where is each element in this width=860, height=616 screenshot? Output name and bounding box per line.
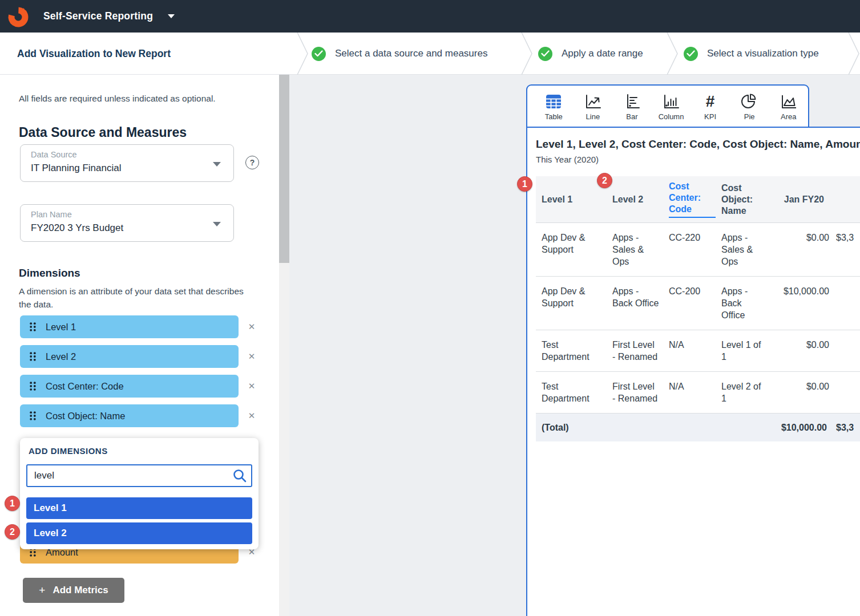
dimension-chip-level-1[interactable]: Level 1 [20,315,239,338]
remove-dimension-icon[interactable]: ✕ [244,408,259,423]
required-fields-note: All fields are required unless indicated… [19,94,216,104]
apptio-logo [7,5,30,28]
add-dimensions-search-input[interactable] [26,464,252,487]
cell: Test Department [536,330,607,372]
viz-type-label: Line [586,112,600,121]
step-visualization-type[interactable]: Select a visualization type [684,33,819,75]
chevron-down-icon [213,222,221,226]
total-value: $10,000.00 [768,414,830,442]
dimension-chip-cost-center-code[interactable]: Cost Center: Code [20,375,239,398]
drag-handle-icon[interactable] [30,322,36,331]
chevron-down-icon [213,162,221,167]
column-header-level-2[interactable]: Level 2 [607,176,663,223]
cell: $0.00 [768,372,830,414]
viz-type-pie[interactable]: Pie [730,92,769,121]
app-switcher-button[interactable]: Self-Service Reporting [43,0,175,33]
chip-label: Cost Center: Code [46,381,124,392]
page-title: Add Visualization to New Report [17,33,171,75]
table-row: App Dev & Support Apps - Sales & Ops CC-… [536,223,860,277]
config-sidebar: All fields are required unless indicated… [0,75,279,616]
viz-type-area[interactable]: Area [769,92,808,121]
option-label: Level 2 [34,528,67,539]
viz-type-label: Bar [626,112,637,121]
viz-type-label: Pie [744,112,755,121]
column-header-jan-fy20[interactable]: Jan FY20 [768,176,830,223]
chip-label: Level 1 [46,322,76,333]
annotation-badge-1: 1 [517,176,532,192]
column-chart-icon [662,92,680,111]
dimension-chip-level-2[interactable]: Level 2 [20,345,239,368]
cell: First Level - Renamed [607,372,663,414]
check-circle-icon [684,47,698,61]
viz-type-column[interactable]: Column [652,92,691,121]
report-preview-panel: Level 1, Level 2, Cost Center: Code, Cos… [526,127,860,616]
cell: N/A [663,330,716,372]
chevron-down-icon [168,14,175,18]
viz-type-label: Table [545,112,563,121]
cell: $0.00 [768,330,830,372]
field-label: Plan Name [31,210,72,219]
dimensions-title: Dimensions [19,267,80,279]
annotation-badge-2: 2 [597,173,612,188]
column-header-cost-object-name[interactable]: Cost Object: Name [716,176,768,223]
step-data-source[interactable]: Select a data source and measures [312,33,487,75]
cell [830,277,860,330]
total-value: $3,3 [830,414,860,442]
dimension-option-level-2[interactable]: Level 2 [26,522,252,544]
dimension-chip-cost-object-name[interactable]: Cost Object: Name [20,404,239,427]
add-metrics-label: Add Metrics [53,585,108,596]
drag-handle-icon[interactable] [30,382,36,391]
field-value: FY2020 3 Yrs Budget [31,222,123,234]
cell: App Dev & Support [536,223,607,277]
cell: $0.00 [768,223,830,277]
column-header-feb-fy20[interactable]: Feb FY20 [830,176,860,223]
total-label: (Total) [536,414,607,442]
cell: CC-200 [663,277,716,330]
dimensions-description: A dimension is an attribute of your data… [19,285,250,311]
cell: App Dev & Support [536,277,607,330]
bar-chart-icon [623,92,641,111]
cell: Apps - Sales & Ops [607,223,663,277]
scrollbar-thumb[interactable] [279,75,289,263]
viz-type-label: Area [781,112,796,121]
viz-type-kpi[interactable]: # KPI [691,92,730,121]
viz-type-line[interactable]: Line [574,92,613,121]
drag-handle-icon[interactable] [30,411,36,420]
app-title: Self-Service Reporting [43,10,153,22]
remove-dimension-icon[interactable]: ✕ [244,319,259,334]
cell [830,372,860,414]
table-row: Test Department First Level - Renamed N/… [536,372,860,414]
data-source-select[interactable]: Data Source IT Planning Financial [20,144,234,182]
remove-dimension-icon[interactable]: ✕ [244,379,259,394]
dimension-option-level-1[interactable]: Level 1 [26,497,252,519]
step-label: Apply a date range [562,48,643,59]
check-circle-icon [312,47,326,61]
chip-label: Level 2 [46,351,76,362]
cell: Level 2 of 1 [716,372,768,414]
cell: $3,3 [830,223,860,277]
viz-type-label: KPI [704,112,716,121]
viz-type-table[interactable]: Table [534,92,574,121]
cell: First Level - Renamed [607,330,663,372]
step-label: Select a data source and measures [335,48,487,59]
add-metrics-button[interactable]: + Add Metrics [23,578,124,603]
search-icon [232,468,247,483]
preview-area: Table Line Bar [289,75,860,616]
column-header-cost-center-code[interactable]: Cost Center: Code [663,176,716,223]
column-header-level-1[interactable]: Level 1 [536,176,607,223]
drag-handle-icon[interactable] [30,352,36,361]
table-icon [544,92,563,111]
step-date-range[interactable]: Apply a date range [538,33,643,75]
viz-type-bar[interactable]: Bar [612,92,652,121]
help-icon[interactable]: ? [245,156,259,169]
section-title: Data Source and Measures [19,125,187,140]
chip-label: Cost Object: Name [46,411,125,422]
sidebar-scrollbar[interactable] [279,75,289,616]
line-chart-icon [584,92,602,111]
plan-name-select[interactable]: Plan Name FY2020 3 Yrs Budget [20,204,234,242]
report-subtitle: This Year (2020) [536,155,599,164]
field-value: IT Planning Financial [31,163,121,174]
viz-type-label: Column [659,112,684,121]
kpi-hash-icon: # [706,92,715,111]
remove-dimension-icon[interactable]: ✕ [244,349,259,364]
